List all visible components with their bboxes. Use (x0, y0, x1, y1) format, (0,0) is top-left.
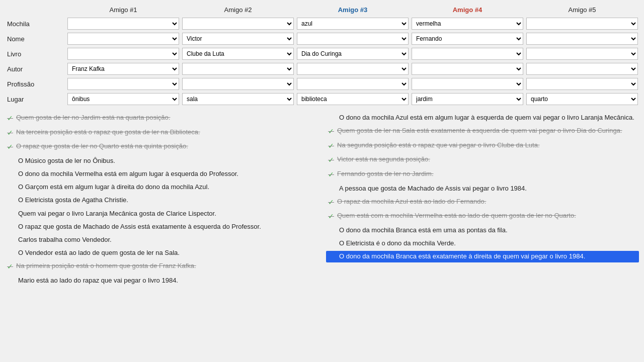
select-prof-4-input[interactable]: MúsicoProfessorGarçomEletricistaVendedor (412, 78, 523, 90)
select-prof-5-input[interactable]: MúsicoProfessorGarçomEletricistaVendedor (526, 78, 638, 90)
label-lugar: Lugar (5, 92, 65, 106)
select-livro-1-input[interactable]: Clube da LutaDia do Curinga1984Laranja M… (67, 48, 179, 60)
select-livro-3[interactable]: Dia do CuringaClube da Luta1984Laranja M… (296, 47, 410, 61)
clue-left-8: Quem vai pegar o livro Laranja Mecânica … (5, 208, 318, 219)
select-nome-3-input[interactable]: VictorFernandoCarlosMario (297, 33, 409, 45)
clue-left-11: O Vendedor está ao lado de quem gosta de… (5, 247, 318, 258)
select-livro-2[interactable]: Clube da LutaDia do Curinga1984Laranja M… (181, 47, 295, 61)
check-icon-12: ✓ (7, 262, 13, 272)
clue-left-1: ✓ Quem gosta de ler no Jardim está na qu… (5, 112, 318, 125)
clue-text-6: O Garçom está em algum lugar à direita d… (18, 183, 316, 192)
select-prof-2[interactable]: MúsicoProfessorGarçomEletricistaVendedor (181, 77, 295, 91)
select-livro-4[interactable]: Clube da LutaDia do Curinga1984Laranja M… (411, 47, 524, 61)
select-mochila-1[interactable]: azulvermelhabrancaverde (66, 17, 180, 31)
select-lugar-2-input[interactable]: salaônibusbibliotecajardimquarto (182, 93, 294, 105)
label-mochila: Mochila (5, 17, 65, 31)
clue-left-5: O dono da mochila Vermelha está em algum… (5, 168, 318, 179)
select-prof-5[interactable]: MúsicoProfessorGarçomEletricistaVendedor (525, 77, 639, 91)
clues-left: ✓ Quem gosta de ler no Jardim está na qu… (5, 112, 318, 358)
select-lugar-3[interactable]: bibliotecaônibussalajardimquarto (296, 92, 410, 106)
clue-left-13: Mario está ao lado do rapaz que vai pega… (5, 275, 318, 286)
select-prof-1[interactable]: MúsicoProfessorGarçomEletricistaVendedor (66, 77, 180, 91)
select-nome-1[interactable]: VictorFernandoCarlosMario (66, 32, 180, 46)
clue-right-4: ✓ Victor está na segunda posição. (326, 154, 639, 166)
select-livro-2-input[interactable]: Clube da LutaDia do Curinga1984Laranja M… (182, 48, 294, 60)
select-autor-3-input[interactable]: Franz KafkaAgatha ChristieMachado de Ass… (297, 63, 409, 75)
clue-text-12: Na primeira posição está o homem que gos… (16, 261, 316, 270)
clue-text-r3: Na segunda posição está o rapaz que vai … (337, 141, 637, 150)
select-autor-4-input[interactable]: Franz KafkaAgatha ChristieMachado de Ass… (412, 63, 523, 75)
select-autor-5-input[interactable]: Franz KafkaAgatha ChristieMachado de Ass… (526, 63, 638, 75)
select-autor-5[interactable]: Franz KafkaAgatha ChristieMachado de Ass… (525, 62, 639, 76)
clue-left-7: O Eletricista gosta de Agatha Christie. (5, 195, 318, 206)
select-livro-1[interactable]: Clube da LutaDia do Curinga1984Laranja M… (66, 47, 180, 61)
select-livro-4-input[interactable]: Clube da LutaDia do Curinga1984Laranja M… (412, 48, 523, 60)
select-lugar-5-input[interactable]: quartoônibussalabibliotecajardim (526, 93, 638, 105)
select-prof-3-input[interactable]: MúsicoProfessorGarçomEletricistaVendedor (297, 78, 409, 90)
select-autor-1-input[interactable]: Franz KafkaAgatha ChristieMachado de Ass… (67, 63, 179, 75)
select-mochila-3[interactable]: azulvermelhabrancaverde (296, 17, 410, 31)
select-autor-1[interactable]: Franz KafkaAgatha ChristieMachado de Ass… (66, 62, 180, 76)
clue-left-2: ✓ Na terceira posição está o rapaz que g… (5, 127, 318, 139)
select-mochila-2-input[interactable]: azulvermelhabrancaverde (182, 18, 294, 30)
select-autor-4[interactable]: Franz KafkaAgatha ChristieMachado de Ass… (411, 62, 524, 76)
select-mochila-4[interactable]: vermelhaazulbrancaverde (411, 17, 524, 31)
select-nome-2-input[interactable]: VictorFernandoCarlosMario (182, 33, 294, 45)
select-livro-5-input[interactable]: Clube da LutaDia do Curinga1984Laranja M… (526, 48, 638, 60)
clue-text-r1: O dono da mochila Azul está em algum lug… (339, 113, 637, 122)
clue-text-r11: O dono da mochila Branca está exatamente… (339, 252, 637, 261)
clue-right-7: ✓ O rapaz da mochila Azul está ao lado d… (326, 196, 639, 209)
select-nome-4-input[interactable]: FernandoVictorCarlosMario (412, 33, 523, 45)
check-icon-r8: ✓ (328, 212, 334, 222)
select-nome-3[interactable]: VictorFernandoCarlosMario (296, 32, 410, 46)
select-lugar-4-input[interactable]: jardimônibussalabibliotecaquarto (412, 93, 523, 105)
clue-text-3: O rapaz que gosta de ler no Quarto está … (16, 142, 316, 151)
clue-text-r4: Victor está na segunda posição. (337, 155, 637, 164)
col-header-2: Amigo #2 (181, 4, 295, 16)
select-lugar-3-input[interactable]: bibliotecaônibussalajardimquarto (297, 93, 409, 105)
clue-text-r7: O rapaz da mochila Azul está ao lado do … (337, 197, 637, 206)
check-icon-r5: ✓ (328, 170, 334, 180)
select-nome-5-input[interactable]: VictorFernandoCarlosMario (526, 33, 638, 45)
header-empty (5, 4, 65, 16)
select-lugar-5[interactable]: quartoônibussalabibliotecajardim (525, 92, 639, 106)
select-prof-1-input[interactable]: MúsicoProfessorGarçomEletricistaVendedor (67, 78, 179, 90)
clue-text-7: O Eletricista gosta de Agatha Christie. (18, 196, 316, 205)
select-lugar-1[interactable]: ônibussalabibliotecajardimquarto (66, 92, 180, 106)
select-mochila-4-input[interactable]: vermelhaazulbrancaverde (412, 18, 523, 30)
clue-text-9: O rapaz que gosta de Machado de Assis es… (18, 222, 316, 231)
clue-right-1: O dono da mochila Azul está em algum lug… (326, 112, 639, 123)
select-nome-1-input[interactable]: VictorFernandoCarlosMario (67, 33, 179, 45)
select-autor-2-input[interactable]: Franz KafkaAgatha ChristieMachado de Ass… (182, 63, 294, 75)
clue-text-1: Quem gosta de ler no Jardim está na quar… (16, 113, 316, 122)
select-livro-5[interactable]: Clube da LutaDia do Curinga1984Laranja M… (525, 47, 639, 61)
col-header-3: Amigo #3 (296, 4, 410, 16)
select-prof-2-input[interactable]: MúsicoProfessorGarçomEletricistaVendedor (182, 78, 294, 90)
select-lugar-2[interactable]: salaônibusbibliotecajardimquarto (181, 92, 295, 106)
select-mochila-5-input[interactable]: azulvermelhabrancaverde (526, 18, 638, 30)
clue-right-5: ✓ Fernando gosta de ler no Jardim. (326, 168, 639, 181)
select-livro-3-input[interactable]: Dia do CuringaClube da Luta1984Laranja M… (297, 48, 409, 60)
select-mochila-2[interactable]: azulvermelhabrancaverde (181, 17, 295, 31)
check-icon-2: ✓ (7, 128, 13, 138)
select-nome-4[interactable]: FernandoVictorCarlosMario (411, 32, 524, 46)
select-nome-2[interactable]: VictorFernandoCarlosMario (181, 32, 295, 46)
select-mochila-5[interactable]: azulvermelhabrancaverde (525, 17, 639, 31)
clue-text-5: O dono da mochila Vermelha está em algum… (18, 169, 316, 178)
check-icon-r3: ✓ (328, 141, 334, 151)
select-mochila-1-input[interactable]: azulvermelhabrancaverde (67, 18, 179, 30)
check-icon-r2: ✓ (328, 127, 334, 137)
select-prof-3[interactable]: MúsicoProfessorGarçomEletricistaVendedor (296, 77, 410, 91)
check-icon-1: ✓ (7, 114, 13, 124)
select-autor-3[interactable]: Franz KafkaAgatha ChristieMachado de Ass… (296, 62, 410, 76)
select-mochila-3-input[interactable]: azulvermelhabrancaverde (297, 18, 409, 30)
clue-text-11: O Vendedor está ao lado de quem gosta de… (18, 248, 316, 257)
select-lugar-4[interactable]: jardimônibussalabibliotecaquarto (411, 92, 524, 106)
clue-right-10: O Eletricista é o dono da mochila Verde. (326, 238, 639, 249)
select-nome-5[interactable]: VictorFernandoCarlosMario (525, 32, 639, 46)
select-autor-2[interactable]: Franz KafkaAgatha ChristieMachado de Ass… (181, 62, 295, 76)
select-prof-4[interactable]: MúsicoProfessorGarçomEletricistaVendedor (411, 77, 524, 91)
label-nome: Nome (5, 32, 65, 46)
select-lugar-1-input[interactable]: ônibussalabibliotecajardimquarto (67, 93, 179, 105)
clue-left-4: O Músico gosta de ler no Ônibus. (5, 155, 318, 166)
